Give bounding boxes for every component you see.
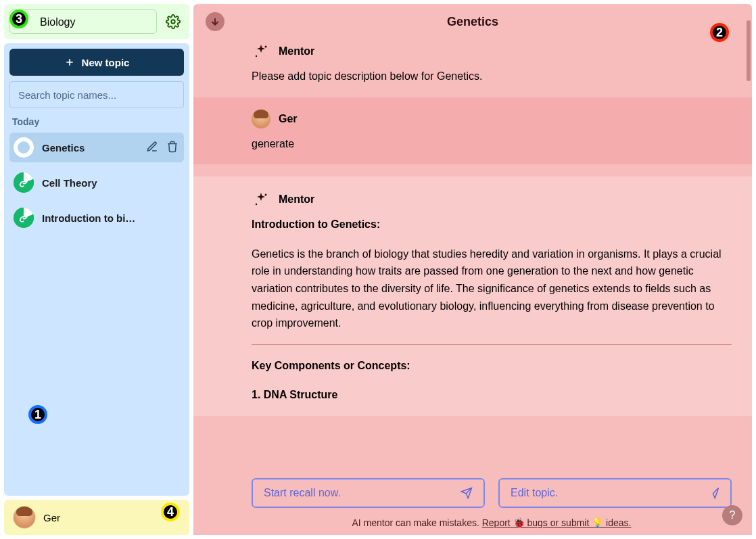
subject-bar: Biology ⌃⌄ <box>4 4 189 39</box>
avatar <box>14 507 35 528</box>
annotation-marker-1: 1 <box>28 405 47 424</box>
message-body: Introduction to Genetics: Genetics is th… <box>193 216 752 416</box>
action-label: Edit topic. <box>511 487 558 499</box>
topic-row-cell-theory[interactable]: Cell Theory <box>9 168 184 197</box>
edit-topic-button[interactable] <box>146 141 158 155</box>
topic-group-label: Today <box>12 116 184 127</box>
disclaimer-text: AI mentor can make mistakes. <box>352 517 482 528</box>
svg-point-3 <box>265 194 267 196</box>
message-user: Ger generate <box>193 97 752 165</box>
scroll-down-button[interactable] <box>206 12 225 31</box>
message-author: Mentor <box>279 45 314 57</box>
username-label: Ger <box>43 512 60 523</box>
message-author: Ger <box>279 113 298 125</box>
page-title: Genetics <box>234 15 711 29</box>
main-footer: Start recall now. Edit topic. AI mentor … <box>193 466 752 535</box>
divider <box>252 344 732 345</box>
content-heading: Introduction to Genetics: <box>252 218 380 230</box>
message-author: Mentor <box>279 193 314 206</box>
content-subheading: Key Components or Concepts: <box>252 360 410 371</box>
gear-icon <box>166 14 181 29</box>
search-input[interactable] <box>9 81 184 108</box>
new-topic-label: New topic <box>82 57 130 68</box>
main-panel: 2 Genetics ⟨ Mentor Please add topic des… <box>193 4 752 535</box>
disclaimer: AI mentor can make mistakes. Report 🐞 bu… <box>252 517 732 531</box>
new-topic-button[interactable]: New topic <box>9 49 184 76</box>
link-icon <box>19 213 28 222</box>
annotation-marker-2: 2 <box>710 23 729 42</box>
svg-point-0 <box>171 20 175 24</box>
start-recall-button[interactable]: Start recall now. <box>252 478 485 508</box>
sidebar-body: New topic Today Genetics Cell Theory <box>4 43 189 496</box>
message-mentor: Mentor Please add topic description belo… <box>252 42 732 85</box>
user-panel[interactable]: Ger 4 <box>4 500 189 535</box>
report-bugs-link[interactable]: Report 🐞 bugs or submit 💡 ideas. <box>482 517 632 528</box>
svg-point-2 <box>256 55 257 57</box>
progress-ring-icon <box>14 172 34 193</box>
svg-point-1 <box>265 46 267 48</box>
sidebar: 3 Biology ⌃⌄ New topic Today Genetics <box>0 0 193 539</box>
progress-ring-icon <box>14 208 34 228</box>
send-icon <box>460 487 473 499</box>
avatar <box>252 110 270 128</box>
svg-point-4 <box>256 204 257 205</box>
pencil-icon <box>146 141 158 153</box>
content-paragraph: Genetics is the branch of biology that s… <box>252 245 732 332</box>
settings-button[interactable] <box>162 11 184 32</box>
action-row: Start recall now. Edit topic. <box>252 478 732 508</box>
edit-topic-action-button[interactable]: Edit topic. <box>498 478 732 508</box>
delete-topic-button[interactable] <box>166 141 179 155</box>
arrow-down-icon <box>210 16 220 27</box>
message-body: generate <box>252 135 732 153</box>
action-label: Start recall now. <box>264 487 341 499</box>
trash-icon <box>166 141 179 153</box>
content-list-item: 1. DNA Structure <box>252 389 337 400</box>
subject-select[interactable]: Biology <box>9 9 157 34</box>
topic-label: Cell Theory <box>42 177 97 189</box>
link-icon <box>19 178 28 187</box>
message-body: Please add topic description below for G… <box>252 68 732 85</box>
topic-row-genetics[interactable]: Genetics <box>9 133 184 162</box>
sparkles-icon <box>252 42 270 61</box>
conversation: Mentor Please add topic description belo… <box>193 39 752 466</box>
topic-label: Introduction to biolo... <box>42 212 140 224</box>
help-button[interactable]: ? <box>722 505 742 525</box>
main-header: Genetics <box>193 4 752 39</box>
topic-row-intro-biology[interactable]: Introduction to biolo... <box>9 203 184 233</box>
plus-icon <box>64 57 75 68</box>
message-mentor: Mentor Introduction to Genetics: Genetic… <box>193 177 752 416</box>
annotation-marker-3: 3 <box>9 9 28 28</box>
annotation-marker-4: 4 <box>161 502 180 521</box>
sparkles-icon <box>252 190 270 209</box>
progress-ring-icon <box>14 137 34 158</box>
send-icon <box>707 487 719 499</box>
topic-label: Genetics <box>42 142 85 154</box>
